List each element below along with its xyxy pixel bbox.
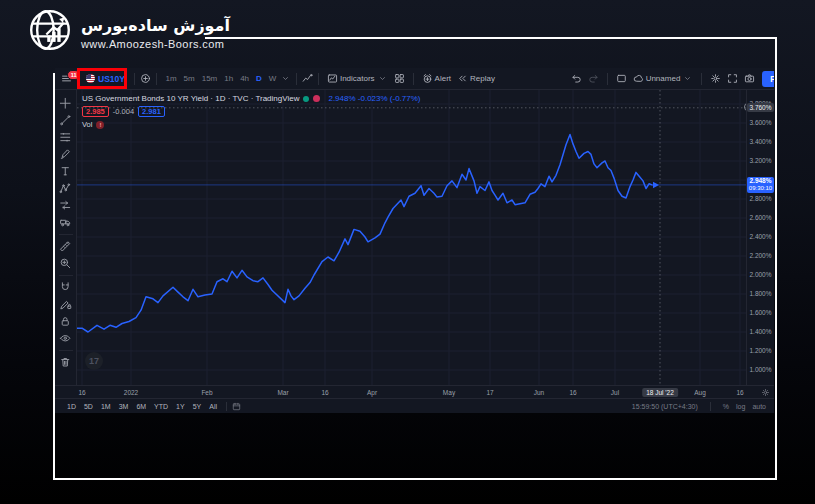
toolbar-right-group: Unnamed P <box>568 71 770 87</box>
fib-lines-tool-icon[interactable] <box>58 129 74 146</box>
range-ytd[interactable]: YTD <box>150 403 172 410</box>
undo-icon[interactable] <box>571 73 582 84</box>
range-all[interactable]: All <box>205 403 221 410</box>
tool-separator <box>59 350 73 351</box>
market-open-dot-icon[interactable] <box>303 96 309 102</box>
save-layout-button[interactable]: Unnamed <box>630 73 697 84</box>
range-1m[interactable]: 1M <box>97 403 115 410</box>
replay-button[interactable]: Replay <box>454 73 498 84</box>
indicator-templates-icon[interactable] <box>394 73 405 84</box>
price-chart[interactable]: US Government Bonds 10 YR Yield · 1D · T… <box>77 90 746 385</box>
price-line-series <box>77 134 652 332</box>
replay-label: Replay <box>470 74 495 83</box>
timeframe-1m[interactable]: 1m <box>162 74 180 83</box>
data-status-dot-icon[interactable] <box>313 95 320 102</box>
lock-all-tool-icon[interactable] <box>58 313 74 330</box>
time-tick-label: Aug <box>694 389 706 396</box>
price-tick-label: 3.200% <box>747 157 774 164</box>
clock-readout[interactable]: 15:59:50 (UTC+4:30) <box>632 403 698 410</box>
time-axis-gear-icon[interactable] <box>761 388 770 397</box>
top-toolbar: 11 US10Y 1m5m15m1h4hDW Indicators Alert … <box>55 68 774 90</box>
brush-tool-icon[interactable] <box>58 146 74 163</box>
layout-chevron-icon <box>682 73 693 84</box>
ruler-tool-icon[interactable] <box>58 238 74 255</box>
tool-separator <box>59 234 73 235</box>
hide-all-tool-icon[interactable] <box>58 330 74 347</box>
stickers-tool-icon[interactable] <box>58 214 74 231</box>
timeframe-D[interactable]: D <box>253 74 266 83</box>
symbol-search-button[interactable]: US10Y <box>82 74 129 84</box>
range-6m[interactable]: 6M <box>132 403 150 410</box>
site-logo: آموزش ساده‌بورس www.Amoozesh-Boors.com <box>28 8 230 56</box>
alert-button[interactable]: Alert <box>419 73 454 84</box>
close-value: 2.981 <box>138 106 165 117</box>
price-tick-label: 2.600% <box>747 214 774 221</box>
magnet-tool-icon[interactable] <box>58 279 74 296</box>
timeframe-group: 1m5m15m1h4hDW <box>162 74 280 83</box>
us-flag-icon <box>86 74 95 83</box>
timeframe-chevron-icon[interactable] <box>280 73 291 84</box>
timeframe-15m[interactable]: 15m <box>198 74 221 83</box>
layout-select-icon[interactable] <box>616 73 627 84</box>
time-axis[interactable]: 162022FebMar16AprMay17Jun16JulAug1618 Ju… <box>55 385 774 398</box>
go-to-date-icon[interactable] <box>232 402 241 411</box>
bottom-bar: 1D5D1M3M6MYTD1Y5YAll 15:59:50 (UTC+4:30)… <box>55 398 774 413</box>
price-tick-label: 1.800% <box>747 290 774 297</box>
time-tick-label: Jun <box>534 389 544 396</box>
price-tick-label: 2.000% <box>747 271 774 278</box>
forecast-tool-icon[interactable] <box>58 197 74 214</box>
time-tick-label: Feb <box>201 389 212 396</box>
globe-chart-icon <box>28 8 72 56</box>
scale-mode-percent[interactable]: % <box>723 403 729 410</box>
range-5y[interactable]: 5Y <box>189 403 206 410</box>
compare-add-icon[interactable] <box>140 73 151 84</box>
range-1y[interactable]: 1Y <box>172 403 189 410</box>
fullscreen-icon[interactable] <box>727 73 738 84</box>
timeframe-1h[interactable]: 1h <box>221 74 237 83</box>
zoom-in-tool-icon[interactable] <box>58 255 74 272</box>
tradingview-watermark: 17 <box>85 352 103 370</box>
crosshair-price-label: 3.760% <box>747 103 774 112</box>
range-1d[interactable]: 1D <box>63 403 80 410</box>
indicators-button[interactable]: Indicators <box>324 73 391 84</box>
publish-button[interactable]: P <box>762 71 774 87</box>
symbol-label: US10Y <box>98 74 125 84</box>
timeframe-4h[interactable]: 4h <box>237 74 253 83</box>
chart-canvas <box>77 90 746 385</box>
chart-style-icon[interactable] <box>302 73 313 84</box>
range-3m[interactable]: 3M <box>115 403 133 410</box>
timeframe-5m[interactable]: 5m <box>180 74 198 83</box>
volume-study-label[interactable]: Vol <box>82 120 92 129</box>
main-menu-button[interactable]: 11 <box>59 73 74 84</box>
trend-line-tool-icon[interactable] <box>58 112 74 129</box>
crosshair-tool-icon[interactable] <box>58 95 74 112</box>
price-tick-label: 1.600% <box>747 309 774 316</box>
time-tick-label: 17 <box>486 389 493 396</box>
frame-line-bottom <box>53 478 777 480</box>
volume-error-badge[interactable]: ! <box>96 121 104 129</box>
xabcd-pattern-tool-icon[interactable] <box>58 180 74 197</box>
scale-mode-log[interactable]: log <box>736 403 745 410</box>
redo-icon[interactable] <box>588 73 599 84</box>
price-scale[interactable]: 3.800%3.600%3.400%3.200%3.000%2.800%2.60… <box>746 90 774 385</box>
cloud-save-icon <box>633 73 644 84</box>
chart-legend: US Government Bonds 10 YR Yield · 1D · T… <box>82 94 421 132</box>
drawing-mode-tool-icon[interactable] <box>58 296 74 313</box>
price-tick-label: 1.200% <box>747 347 774 354</box>
price-tick-label: 3.400% <box>747 138 774 145</box>
scale-mode-auto[interactable]: auto <box>752 403 766 410</box>
range-5d[interactable]: 5D <box>80 403 97 410</box>
tradingview-window: 11 US10Y 1m5m15m1h4hDW Indicators Alert … <box>55 68 774 413</box>
frame-line-top <box>205 37 777 39</box>
layout-name-label: Unnamed <box>646 74 681 83</box>
trash-tool-icon[interactable] <box>58 354 74 371</box>
text-tool-icon[interactable] <box>58 163 74 180</box>
symbol-description[interactable]: US Government Bonds 10 YR Yield · 1D · T… <box>82 94 299 103</box>
timeframe-W[interactable]: W <box>265 74 280 83</box>
snapshot-camera-icon[interactable] <box>744 73 755 84</box>
price-tick-label: 2.200% <box>747 252 774 259</box>
brand-name: آموزش ساده‌بورس <box>81 14 230 38</box>
change-value: -0.004 <box>113 107 134 116</box>
time-tick-label: Apr <box>367 389 377 396</box>
settings-gear-icon[interactable] <box>710 73 721 84</box>
